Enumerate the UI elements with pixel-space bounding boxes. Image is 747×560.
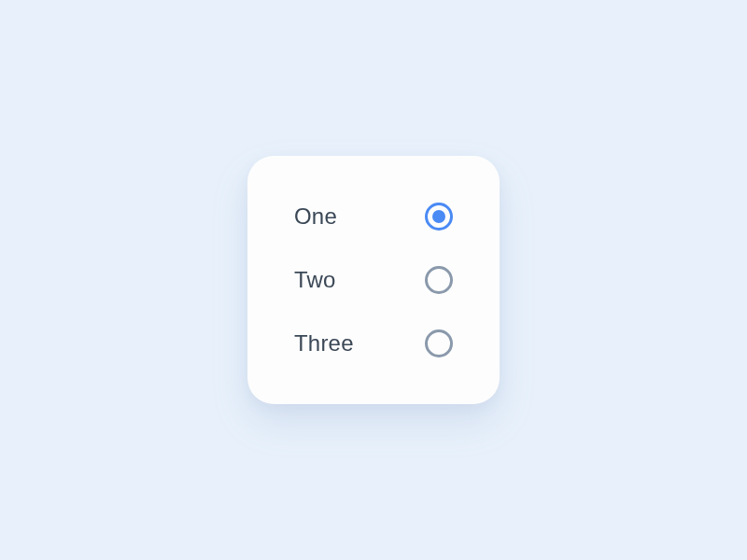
radio-button-unselected-icon[interactable] — [425, 266, 453, 294]
option-label: Two — [294, 267, 336, 293]
radio-button-unselected-icon[interactable] — [425, 329, 453, 357]
option-label: Three — [294, 330, 354, 357]
option-label: One — [294, 203, 337, 230]
radio-card: One Two Three — [247, 156, 500, 404]
radio-option-three[interactable]: Three — [294, 329, 453, 357]
radio-button-selected-icon[interactable] — [425, 203, 453, 231]
radio-option-two[interactable]: Two — [294, 266, 453, 294]
radio-option-one[interactable]: One — [294, 203, 453, 231]
